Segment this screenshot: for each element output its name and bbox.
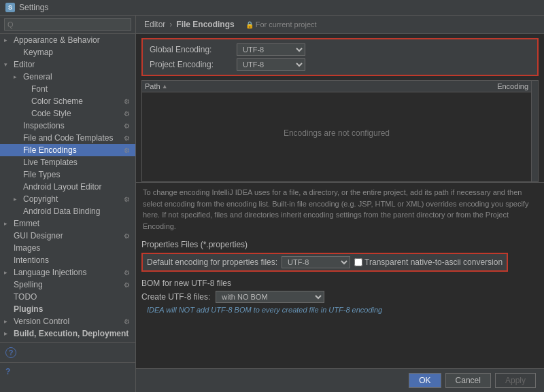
bom-section: BOM for new UTF-8 files Create UTF-8 fil… bbox=[136, 276, 544, 321]
col-encoding: Encoding bbox=[460, 82, 528, 90]
sidebar-item-androidlayout[interactable]: Android Layout Editor bbox=[0, 181, 135, 193]
content-body: Global Encoding: UTF-8 ISO-8859-1 window… bbox=[136, 34, 544, 368]
sidebar-item-editor[interactable]: ▾Editor bbox=[0, 58, 135, 71]
sidebar: ▸Appearance & Behavior Keymap▾Editor▸Gen… bbox=[0, 16, 136, 392]
sidebar-item-filetypes[interactable]: File Types bbox=[0, 168, 135, 181]
sidebar-item-general[interactable]: ▸General bbox=[0, 71, 135, 83]
sidebar-item-label: General bbox=[23, 72, 52, 82]
chevron-icon: ▾ bbox=[4, 61, 11, 68]
sidebar-item-label: Code Style bbox=[31, 109, 71, 118]
chevron-icon: ▸ bbox=[4, 37, 11, 43]
for-current-project: 🔒 For current project bbox=[245, 20, 317, 29]
properties-encoding-box: Default encoding for properties files: U… bbox=[141, 253, 508, 272]
sidebar-item-keymap[interactable]: Keymap bbox=[0, 46, 135, 58]
transparent-checkbox-wrapper: Transparent native-to-ascii conversion bbox=[354, 257, 503, 267]
global-encoding-select[interactable]: UTF-8 ISO-8859-1 windows-1252 UTF-16 bbox=[237, 43, 305, 56]
chevron-icon: ▸ bbox=[14, 73, 20, 80]
sidebar-item-inspections[interactable]: Inspections⚙ bbox=[0, 120, 135, 132]
table-scrollbar[interactable] bbox=[531, 81, 538, 181]
sidebar-item-intentions[interactable]: Intentions bbox=[0, 254, 135, 266]
sidebar-item-label: Android Data Binding bbox=[23, 207, 100, 216]
settings-icon: ⚙ bbox=[124, 269, 130, 277]
sidebar-item-label: Plugins bbox=[14, 304, 43, 314]
sidebar-item-spelling[interactable]: Spelling⚙ bbox=[0, 279, 135, 291]
sidebar-item-filecodetemplates[interactable]: File and Code Templates⚙ bbox=[0, 132, 135, 144]
encoding-settings-box: Global Encoding: UTF-8 ISO-8859-1 window… bbox=[141, 38, 539, 76]
help-text: To change encoding IntelliJ IDEA uses fo… bbox=[136, 182, 544, 236]
sidebar-item-label: TODO bbox=[14, 292, 37, 302]
table-empty-message: Encodings are not configured bbox=[142, 92, 531, 174]
sidebar-item-todo[interactable]: TODO bbox=[0, 291, 135, 303]
sidebar-item-label: Inspections bbox=[23, 121, 65, 130]
sidebar-item-label: Keymap bbox=[23, 48, 53, 57]
footer: OK Cancel Apply bbox=[136, 368, 544, 392]
sidebar-item-emmet[interactable]: ▸Emmet bbox=[0, 217, 135, 230]
chevron-icon: ▸ bbox=[4, 220, 11, 227]
settings-icon: ⚙ bbox=[124, 147, 130, 154]
global-encoding-row: Global Encoding: UTF-8 ISO-8859-1 window… bbox=[150, 43, 530, 56]
properties-encoding-select[interactable]: UTF-8 ISO-8859-1 windows-1252 bbox=[282, 256, 350, 268]
ok-button[interactable]: OK bbox=[409, 373, 441, 388]
bom-create-select[interactable]: with NO BOM with BOM bbox=[216, 291, 324, 303]
apply-button[interactable]: Apply bbox=[495, 373, 536, 388]
chevron-icon: ▸ bbox=[4, 318, 11, 325]
sidebar-item-appearance[interactable]: ▸Appearance & Behavior bbox=[0, 34, 135, 46]
sidebar-item-label: Live Templates bbox=[23, 158, 78, 167]
settings-icon: ⚙ bbox=[124, 135, 130, 142]
transparent-checkbox[interactable] bbox=[354, 258, 362, 266]
sidebar-item-label: Editor bbox=[14, 60, 35, 69]
breadcrumb-separator: › bbox=[169, 20, 172, 29]
settings-icon: ⚙ bbox=[124, 98, 130, 105]
bom-info-text: IDEA will NOT add UTF-8 BOM to every cre… bbox=[141, 303, 539, 317]
sidebar-item-label: Intentions bbox=[14, 255, 49, 265]
col-path: Path ▲ bbox=[145, 82, 460, 90]
title-bar-text: Settings bbox=[19, 3, 48, 12]
settings-icon: ⚙ bbox=[124, 318, 130, 325]
sidebar-item-colorscheme[interactable]: Color Scheme⚙ bbox=[0, 95, 135, 107]
table-inner: Path ▲ Encoding Encodings are not config… bbox=[142, 81, 531, 181]
help-button[interactable]: ? bbox=[5, 367, 10, 376]
sidebar-item-livetemplates[interactable]: Live Templates bbox=[0, 156, 135, 168]
cancel-button[interactable]: Cancel bbox=[445, 373, 491, 388]
sidebar-item-languageinjections[interactable]: ▸Language Injections⚙ bbox=[0, 266, 135, 279]
sidebar-item-label: Version Control bbox=[14, 317, 69, 326]
default-encoding-label: Default encoding for properties files: bbox=[147, 257, 277, 267]
settings-icon: ⚙ bbox=[124, 110, 130, 118]
file-encodings-table: Path ▲ Encoding Encodings are not config… bbox=[141, 80, 539, 182]
search-input[interactable] bbox=[4, 18, 131, 31]
sidebar-item-copyright[interactable]: ▸Copyright⚙ bbox=[0, 193, 135, 205]
sidebar-item-label: Appearance & Behavior bbox=[14, 35, 100, 45]
sidebar-item-guidesigner[interactable]: GUI Designer⚙ bbox=[0, 230, 135, 242]
bom-create-label: Create UTF-8 files: bbox=[141, 292, 210, 302]
settings-icon: ⚙ bbox=[124, 196, 130, 203]
project-encoding-select[interactable]: UTF-8 ISO-8859-1 windows-1252 UTF-16 bbox=[237, 58, 305, 71]
sidebar-item-codestyle[interactable]: Code Style⚙ bbox=[0, 107, 135, 120]
project-encoding-label: Project Encoding: bbox=[150, 60, 231, 69]
breadcrumb-file-encodings: File Encodings bbox=[176, 20, 234, 29]
sidebar-item-label: File Types bbox=[23, 170, 60, 179]
chevron-icon: ▸ bbox=[14, 196, 20, 202]
app-icon: S bbox=[5, 3, 15, 12]
sidebar-item-fileencodings[interactable]: File Encodings⚙ bbox=[0, 144, 135, 156]
sidebar-item-images[interactable]: Images bbox=[0, 242, 135, 254]
properties-section: Properties Files (*.properties) Default … bbox=[136, 236, 544, 276]
sidebar-item-label: Color Scheme bbox=[31, 96, 83, 106]
project-encoding-row: Project Encoding: UTF-8 ISO-8859-1 windo… bbox=[150, 58, 530, 71]
settings-icon: ⚙ bbox=[124, 232, 130, 240]
help-circle-button[interactable]: ? bbox=[5, 347, 16, 358]
global-encoding-label: Global Encoding: bbox=[150, 45, 231, 54]
sidebar-item-label: Spelling bbox=[14, 280, 43, 289]
sidebar-item-androiddatabinding[interactable]: Android Data Binding bbox=[0, 205, 135, 217]
sidebar-item-label: Android Layout Editor bbox=[23, 182, 101, 192]
main-container: ▸Appearance & Behavior Keymap▾Editor▸Gen… bbox=[0, 16, 544, 392]
sidebar-item-plugins[interactable]: Plugins bbox=[0, 303, 135, 315]
bom-title: BOM for new UTF-8 files bbox=[141, 279, 539, 288]
settings-icon: ⚙ bbox=[124, 122, 130, 130]
sidebar-item-label: Font bbox=[31, 84, 48, 94]
sidebar-item-label: Build, Execution, Deployment bbox=[14, 329, 129, 338]
sidebar-item-versioncontrol[interactable]: ▸Version Control⚙ bbox=[0, 315, 135, 327]
sidebar-items-container: ▸Appearance & Behavior Keymap▾Editor▸Gen… bbox=[0, 34, 135, 362]
sidebar-item-buildexecution[interactable]: ▸Build, Execution, Deployment bbox=[0, 327, 135, 340]
sidebar-item-font[interactable]: Font bbox=[0, 83, 135, 95]
sidebar-item-label: File Encodings bbox=[23, 145, 77, 155]
